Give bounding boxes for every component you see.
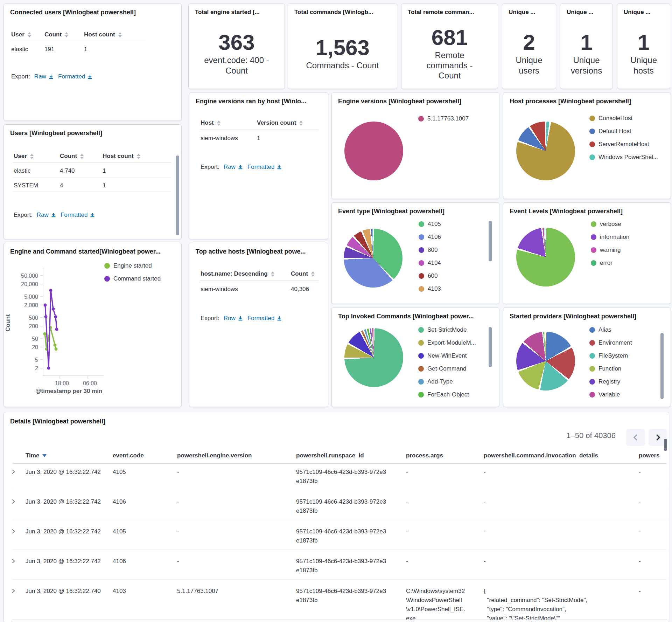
legend-scrollbar[interactable]: [489, 221, 492, 261]
expand-row-button[interactable]: [10, 558, 16, 567]
legend-item[interactable]: 4105: [419, 221, 441, 228]
column-header-engine-version[interactable]: powershell.engine.version: [177, 452, 252, 459]
divider: [200, 281, 319, 281]
column-header-count[interactable]: Count: [44, 31, 68, 38]
legend-item[interactable]: Export-ModuleM...: [418, 339, 476, 346]
divider: [13, 191, 171, 192]
cell-runspace-id: 9571c109-46c6-423d-b393-972e3e1873fb: [296, 587, 388, 605]
column-header-count[interactable]: Count: [60, 153, 84, 160]
legend-item[interactable]: 4103: [419, 285, 441, 292]
metric-label: Unique versions: [569, 55, 604, 76]
column-header-invocation-details[interactable]: powershell.command.invocation_details: [484, 452, 598, 459]
legend-dot-icon: [419, 234, 424, 240]
legend-item[interactable]: Environment: [589, 339, 632, 346]
legend-item[interactable]: ServerRemoteHost: [589, 141, 649, 148]
expand-row-button[interactable]: [10, 588, 16, 597]
panel-title: Top active hosts [Winlogbeat powe...: [196, 248, 306, 255]
export-formatted-link[interactable]: Formatted: [247, 315, 282, 322]
engine-command-chart[interactable]: 50,00020,0005,0002,00050020050205218:000…: [4, 243, 181, 407]
legend-item[interactable]: Command started: [104, 275, 161, 282]
panel-title: Engine versions [Winlogbeat powershell]: [338, 98, 461, 105]
cell-invocation-details: -: [484, 497, 486, 506]
column-header-count[interactable]: Count: [291, 270, 315, 277]
panel-title: Users [Winlogbeat powershell]: [10, 130, 102, 137]
cell-event-code: 4106: [113, 497, 126, 506]
pagination-prev-button[interactable]: [626, 429, 645, 446]
column-header-runspace-id[interactable]: powershell.runspace_id: [296, 452, 364, 459]
host-processes-pie-chart[interactable]: [516, 122, 575, 180]
legend-item[interactable]: verbose: [591, 221, 621, 228]
legend-item[interactable]: 800: [419, 247, 438, 254]
legend-item[interactable]: Default Host: [589, 128, 631, 135]
panel-total-commands: Total commands [Winlogb... 1,563 Command…: [288, 4, 397, 89]
column-header-version-count[interactable]: Version count: [257, 119, 303, 126]
scrollbar[interactable]: [664, 439, 667, 451]
legend-item[interactable]: Variable: [589, 391, 620, 398]
legend-item[interactable]: Alias: [589, 326, 611, 333]
scrollbar[interactable]: [176, 156, 179, 235]
legend-item[interactable]: FileSystem: [589, 352, 628, 359]
export-row: Export: Raw Formatted: [11, 73, 93, 80]
column-header-powershell-truncated[interactable]: powers: [639, 452, 660, 459]
export-raw-link[interactable]: Raw: [224, 315, 243, 322]
cell-powershell: -: [639, 557, 641, 566]
legend-dot-icon: [104, 276, 110, 282]
legend-item[interactable]: 4104: [419, 260, 441, 267]
column-header-user[interactable]: User: [14, 153, 34, 160]
export-formatted-link[interactable]: Formatted: [61, 212, 95, 219]
legend-item[interactable]: Function: [589, 365, 621, 372]
column-header-event-code[interactable]: event.code: [113, 452, 144, 459]
download-icon: [90, 212, 95, 218]
legend-item[interactable]: 5.1.17763.1007: [418, 115, 469, 122]
sort-caret-icon: [299, 120, 303, 126]
legend-item[interactable]: New-WinEvent: [418, 352, 467, 359]
column-header-host-name[interactable]: host.name: Descending: [201, 270, 274, 277]
sort-caret-icon: [65, 32, 68, 37]
legend-item[interactable]: warning: [591, 247, 621, 254]
cell-powershell: -: [639, 527, 641, 536]
engine-versions-pie-chart[interactable]: [344, 122, 403, 180]
legend-item[interactable]: 600: [419, 272, 438, 279]
legend-item[interactable]: Windows PowerShel...: [589, 154, 658, 161]
started-providers-pie-chart[interactable]: [516, 332, 575, 391]
export-raw-link[interactable]: Raw: [224, 164, 243, 171]
legend-scrollbar[interactable]: [660, 333, 664, 399]
column-header-process-args[interactable]: process.args: [406, 452, 443, 459]
legend-item[interactable]: ConsoleHost: [589, 115, 632, 122]
column-header-user[interactable]: User: [11, 31, 31, 38]
legend-item[interactable]: ForEach-Object: [418, 391, 469, 398]
legend-item[interactable]: Add-Type: [418, 378, 453, 385]
export-raw-link[interactable]: Raw: [34, 73, 54, 80]
legend-dot-icon: [589, 353, 595, 359]
legend-scrollbar[interactable]: [489, 327, 492, 367]
top-invoked-pie-chart[interactable]: [344, 328, 403, 387]
metric-value: 681: [432, 26, 468, 49]
legend-item[interactable]: Engine started: [104, 262, 152, 269]
expand-row-button[interactable]: [10, 498, 16, 507]
legend-item[interactable]: error: [591, 260, 612, 267]
column-header-time[interactable]: Time: [26, 452, 47, 459]
cell-process-args: -: [406, 468, 408, 477]
legend-item[interactable]: Get-Command: [418, 365, 466, 372]
legend-dot-icon: [591, 260, 596, 266]
cell-powershell: -: [639, 497, 641, 506]
divider: [12, 550, 667, 550]
legend-item[interactable]: Registry: [589, 378, 620, 385]
event-type-pie-chart[interactable]: [344, 229, 402, 288]
event-levels-pie-chart[interactable]: [516, 228, 575, 286]
export-formatted-link[interactable]: Formatted: [58, 73, 93, 80]
column-header-host-count[interactable]: Host count: [84, 31, 122, 38]
legend-item[interactable]: Set-StrictMode: [418, 326, 467, 333]
expand-row-button[interactable]: [10, 469, 16, 478]
expand-row-button[interactable]: [10, 528, 16, 537]
cell-runspace-id: 9571c109-46c6-423d-b393-972e3e1873fb: [296, 527, 388, 545]
svg-text:18:00: 18:00: [55, 380, 69, 386]
column-header-host-count[interactable]: Host count: [103, 153, 140, 160]
legend-item[interactable]: 4106: [419, 234, 441, 241]
export-raw-link[interactable]: Raw: [37, 212, 56, 219]
panel-title: Event Levels [Winlogbeat powershell]: [510, 208, 623, 215]
legend-item[interactable]: information: [591, 234, 629, 241]
legend-dot-icon: [419, 247, 424, 253]
column-header-host[interactable]: Host: [201, 119, 220, 126]
export-formatted-link[interactable]: Formatted: [247, 164, 282, 171]
